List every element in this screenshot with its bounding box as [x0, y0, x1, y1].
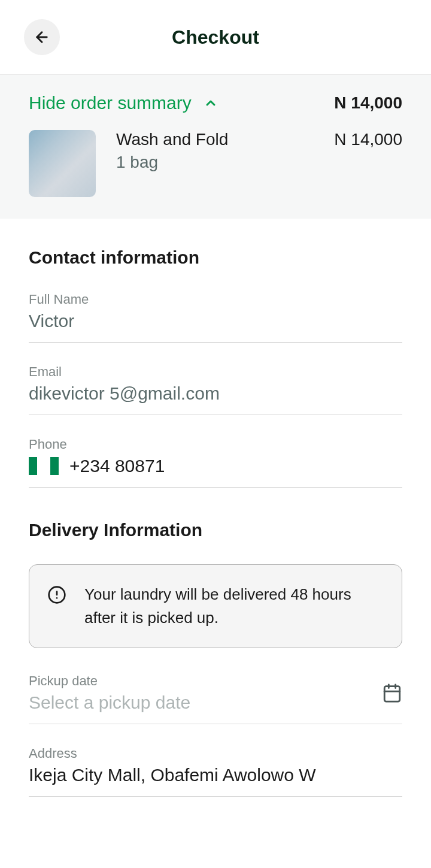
item-thumbnail: [29, 130, 96, 197]
phone-label: Phone: [29, 437, 402, 452]
full-name-label: Full Name: [29, 292, 402, 307]
address-field[interactable]: Address Ikeja City Mall, Obafemi Awolowo…: [29, 746, 402, 797]
summary-total: N 14,000: [334, 93, 402, 113]
delivery-section: Delivery Information Your laundry will b…: [29, 520, 402, 797]
pickup-date-label: Pickup date: [29, 673, 382, 689]
chevron-up-icon: [204, 96, 218, 110]
item-details: Wash and Fold 1 bag N 14,000: [116, 130, 402, 172]
summary-item: Wash and Fold 1 bag N 14,000: [29, 130, 402, 197]
item-info: Wash and Fold 1 bag: [116, 130, 228, 172]
order-summary-section: Hide order summary N 14,000 Wash and Fol…: [0, 74, 431, 219]
content: Contact information Full Name Victor Ema…: [0, 219, 431, 797]
full-name-value: Victor: [29, 311, 402, 331]
full-name-field[interactable]: Full Name Victor: [29, 292, 402, 343]
summary-toggle-row: Hide order summary N 14,000: [29, 93, 402, 113]
nigeria-flag-icon: [29, 457, 59, 475]
svg-rect-4: [384, 686, 400, 702]
phone-value: +234 80871: [69, 456, 165, 476]
item-name: Wash and Fold: [116, 130, 228, 149]
phone-row: +234 80871: [29, 456, 402, 476]
item-quantity: 1 bag: [116, 153, 228, 172]
arrow-left-icon: [34, 29, 50, 46]
delivery-notice: Your laundry will be delivered 48 hours …: [29, 564, 402, 648]
address-value: Ikeja City Mall, Obafemi Awolowo W: [29, 765, 402, 785]
email-value: dikevictor 5@gmail.com: [29, 383, 402, 404]
pickup-left: Pickup date Select a pickup date: [29, 673, 382, 713]
contact-section-title: Contact information: [29, 247, 402, 268]
info-icon: [47, 585, 66, 604]
delivery-notice-text: Your laundry will be delivered 48 hours …: [84, 583, 384, 630]
summary-toggle-button[interactable]: Hide order summary: [29, 93, 218, 113]
summary-toggle-label: Hide order summary: [29, 93, 192, 113]
page-title: Checkout: [172, 26, 259, 49]
header: Checkout: [0, 0, 431, 74]
delivery-section-title: Delivery Information: [29, 520, 402, 540]
phone-field[interactable]: Phone +234 80871: [29, 437, 402, 488]
back-button[interactable]: [24, 19, 60, 55]
email-field[interactable]: Email dikevictor 5@gmail.com: [29, 364, 402, 415]
item-price: N 14,000: [334, 130, 402, 149]
email-label: Email: [29, 364, 402, 380]
address-label: Address: [29, 746, 402, 761]
pickup-date-placeholder: Select a pickup date: [29, 692, 382, 713]
calendar-icon: [382, 683, 402, 703]
pickup-date-field[interactable]: Pickup date Select a pickup date: [29, 673, 402, 724]
